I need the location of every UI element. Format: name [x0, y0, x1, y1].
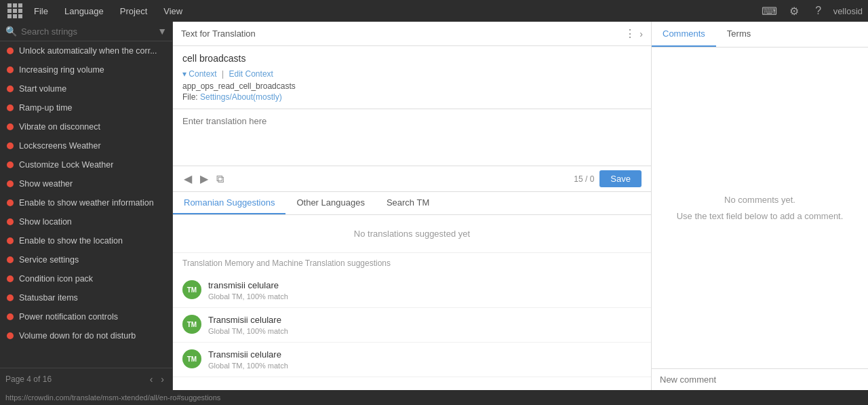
status-dot — [7, 313, 14, 320]
context-toggle[interactable]: ▾ Context — [182, 69, 217, 79]
status-dot — [7, 256, 14, 263]
right-tabs: CommentsTerms — [652, 22, 868, 47]
search-icon: 🔍 — [5, 26, 17, 37]
status-dot — [7, 104, 14, 111]
help-icon[interactable]: ? — [809, 1, 828, 20]
suggestion-item[interactable]: TMTransmisii celulareGlobal TM, 100% mat… — [173, 343, 651, 377]
sidebar-header: 🔍 ▼ — [0, 22, 172, 41]
sidebar-list-item[interactable]: Lockscreens Weather — [0, 136, 172, 155]
filter-icon[interactable]: ▼ — [157, 26, 167, 37]
item-label: Vibrate on disconnect — [19, 122, 100, 132]
status-dot — [7, 180, 14, 187]
no-comments-line1: No comments yet. — [724, 192, 795, 208]
suggestion-meta: Global TM, 100% match — [208, 292, 642, 301]
suggestion-meta: Global TM, 100% match — [208, 362, 642, 370]
translation-input[interactable] — [182, 116, 642, 157]
copy-source-button[interactable]: ⧉ — [215, 172, 225, 187]
sidebar: 🔍 ▼ Unlock automatically when the corr..… — [0, 22, 173, 390]
item-label: Condition icon pack — [19, 274, 93, 284]
prev-translation-button[interactable]: ◀ — [182, 171, 193, 187]
item-label: Show location — [19, 217, 72, 227]
sidebar-footer: Page 4 of 16 ‹ › — [0, 368, 172, 390]
item-label: Enable to show the location — [19, 236, 123, 246]
search-input[interactable] — [21, 26, 153, 37]
next-translation-button[interactable]: ▶ — [199, 171, 210, 187]
suggestion-icon: TM — [182, 315, 201, 334]
status-dot — [7, 66, 14, 73]
edit-context-link[interactable]: Edit Context — [229, 69, 273, 79]
sidebar-list-item[interactable]: Ramp-up time — [0, 98, 172, 117]
menu-bar-right: ⌨ ⚙ ? vellosid — [760, 1, 863, 20]
file-value[interactable]: Settings/About(mostly) — [200, 92, 282, 102]
sidebar-list-item[interactable]: Enable to show the location — [0, 231, 172, 250]
translation-input-area — [173, 109, 651, 166]
suggestion-tab-2[interactable]: Search TM — [376, 192, 440, 214]
page-info: Page 4 of 16 — [5, 374, 52, 384]
item-label: Lockscreens Weather — [19, 141, 101, 151]
context-file: File: Settings/About(mostly) — [182, 92, 642, 102]
source-string-value: cell broadcasts — [182, 53, 642, 64]
no-comments-message: No comments yet. Use the text field belo… — [652, 47, 868, 368]
sidebar-list-item[interactable]: Start volume — [0, 79, 172, 98]
sidebar-list-item[interactable]: Customize Lock Weather — [0, 155, 172, 174]
suggestion-tab-1[interactable]: Other Languages — [285, 192, 375, 214]
item-label: Increasing ring volume — [19, 65, 104, 75]
suggestion-tab-0[interactable]: Romanian Suggestions — [173, 192, 285, 214]
new-comment-area — [652, 368, 868, 390]
pagination-arrows: ‹ › — [147, 372, 167, 386]
right-tab-terms[interactable]: Terms — [716, 22, 762, 47]
settings-icon[interactable]: ⚙ — [785, 1, 804, 20]
sidebar-list-item[interactable]: Power notification controls — [0, 307, 172, 326]
suggestion-text: Transmisii celulare — [208, 349, 642, 360]
context-separator: | — [222, 69, 224, 79]
collapse-center-icon[interactable]: › — [639, 28, 643, 39]
sidebar-list-item[interactable]: Show weather — [0, 174, 172, 193]
item-label: Start volume — [19, 84, 66, 94]
sidebar-list-item[interactable]: Volume down for do not disturb — [0, 326, 172, 345]
menu-project[interactable]: Project — [113, 3, 154, 19]
item-label: Statusbar items — [19, 293, 78, 303]
tm-header: Translation Memory and Machine Translati… — [173, 253, 651, 273]
status-dot — [7, 332, 14, 339]
sidebar-list-item[interactable]: Show location — [0, 212, 172, 231]
header-actions: ⋮ › — [625, 27, 643, 40]
save-button[interactable]: Save — [599, 170, 642, 187]
translation-header-title: Text for Translation — [181, 28, 256, 39]
prev-page-button[interactable]: ‹ — [147, 372, 156, 386]
status-dot — [7, 294, 14, 301]
sidebar-list-item[interactable]: Enable to show weather information — [0, 193, 172, 212]
status-dot — [7, 47, 14, 54]
suggestion-item[interactable]: TMTransmisii celulareGlobal TM, 100% mat… — [173, 308, 651, 343]
menu-view[interactable]: View — [157, 3, 189, 19]
sidebar-list: Unlock automatically when the corr...Inc… — [0, 41, 172, 368]
sidebar-list-item[interactable]: Service settings — [0, 250, 172, 269]
status-bar: https://crowdin.com/translate/msm-xtende… — [0, 390, 868, 405]
comments-body: No comments yet. Use the text field belo… — [652, 47, 868, 390]
suggestion-text: transmisii celulare — [208, 280, 642, 290]
more-options-icon[interactable]: ⋮ — [625, 27, 635, 40]
next-page-button[interactable]: › — [158, 372, 167, 386]
suggestions-body: No translations suggested yet Translatio… — [173, 215, 651, 390]
status-dot — [7, 142, 14, 149]
item-label: Volume down for do not disturb — [19, 331, 136, 341]
suggestion-item[interactable]: TMtransmisii celulareGlobal TM, 100% mat… — [173, 273, 651, 308]
status-dot — [7, 85, 14, 92]
apps-grid-button[interactable] — [5, 1, 24, 20]
sidebar-list-item[interactable]: Statusbar items — [0, 288, 172, 307]
menu-file[interactable]: File — [27, 3, 55, 19]
apps-icon — [7, 3, 22, 18]
status-dot — [7, 199, 14, 206]
suggestion-icon: TM — [182, 280, 201, 299]
sidebar-list-item[interactable]: Unlock automatically when the corr... — [0, 41, 172, 60]
user-name[interactable]: vellosid — [833, 6, 863, 16]
no-suggestions-text: No translations suggested yet — [173, 215, 651, 253]
item-label: Enable to show weather information — [19, 198, 154, 208]
file-label: File: — [182, 92, 198, 102]
sidebar-list-item[interactable]: Condition icon pack — [0, 269, 172, 288]
new-comment-input[interactable] — [660, 374, 860, 385]
sidebar-list-item[interactable]: Increasing ring volume — [0, 60, 172, 79]
sidebar-list-item[interactable]: Vibrate on disconnect — [0, 117, 172, 136]
keyboard-icon[interactable]: ⌨ — [760, 1, 779, 20]
menu-language[interactable]: Language — [58, 3, 111, 19]
right-tab-comments[interactable]: Comments — [652, 22, 716, 47]
